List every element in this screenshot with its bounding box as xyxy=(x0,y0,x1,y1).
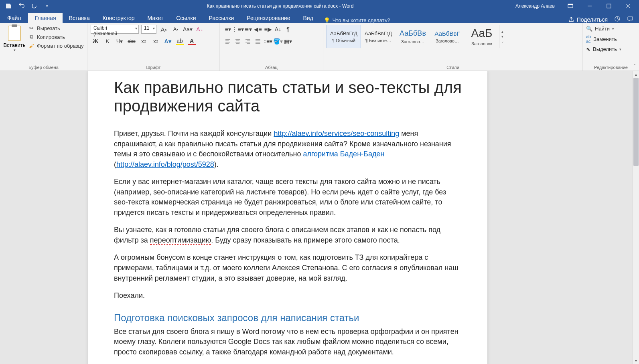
scroll-down-icon[interactable]: ▾ xyxy=(633,357,639,364)
change-case-button[interactable]: Aa▾ xyxy=(183,25,193,34)
multilevel-button[interactable]: ≣▾ xyxy=(243,25,253,34)
save-icon[interactable] xyxy=(5,2,12,10)
scroll-up-icon[interactable]: ▴ xyxy=(633,71,639,78)
share-button[interactable]: Поделиться xyxy=(568,16,608,23)
underline-button[interactable]: Ч▾ xyxy=(115,37,124,46)
group-styles: АаБбВвГгД¶ Обычный АаБбВвГгД¶ Без инте… … xyxy=(323,23,583,71)
feedback-icon[interactable] xyxy=(627,16,633,23)
highlight-button[interactable]: ab xyxy=(175,37,185,46)
font-name-combo[interactable]: Calibri (Основной xyxy=(91,25,139,34)
group-label-font: Шрифт xyxy=(91,64,216,71)
group-clipboard: Вставить ▾ ✂Вырезать ⧉Копировать 🖌Формат… xyxy=(0,23,87,71)
doc-heading: Как правильно писать статьи и seo-тексты… xyxy=(114,78,462,115)
undo-icon[interactable] xyxy=(18,2,25,10)
strike-button[interactable]: abc xyxy=(127,37,136,46)
spell-error: переоптимизацию xyxy=(150,236,211,245)
style-title[interactable]: АаБЗаголовок xyxy=(465,25,499,48)
numbering-button[interactable]: ⋮≡▾ xyxy=(233,25,243,34)
ribbon: Вставить ▾ ✂Вырезать ⧉Копировать 🖌Формат… xyxy=(0,23,639,71)
tab-home[interactable]: Главная xyxy=(28,13,62,23)
align-justify-button[interactable] xyxy=(253,37,263,46)
tab-references[interactable]: Ссылки xyxy=(170,13,202,23)
superscript-button[interactable]: x2 xyxy=(151,37,160,46)
bold-button[interactable]: Ж xyxy=(91,37,100,46)
font-color-button[interactable]: A xyxy=(187,37,197,46)
shading-button[interactable]: 🪣▾ xyxy=(273,37,283,46)
redo-icon[interactable] xyxy=(30,2,38,10)
chevron-more-icon: ⌄ xyxy=(501,39,504,43)
style-nospacing[interactable]: АаБбВвГгД¶ Без инте… xyxy=(361,25,396,48)
tab-file[interactable]: Файл xyxy=(0,13,28,23)
replace-icon: abac xyxy=(586,34,591,44)
style-gallery-more[interactable]: ▴▾⌄ xyxy=(499,25,505,48)
doc-name: Как правильно писать статьи для продвиже… xyxy=(207,3,338,9)
replace-button[interactable]: abacЗаменить xyxy=(586,34,621,44)
history-icon[interactable] xyxy=(614,16,621,23)
indent-decrease-button[interactable]: ◀≡ xyxy=(253,25,263,34)
tab-layout[interactable]: Макет xyxy=(141,13,170,23)
show-marks-button[interactable]: ¶ xyxy=(283,25,293,34)
chevron-down-icon: ▾ xyxy=(501,34,503,38)
copy-button[interactable]: ⧉Копировать xyxy=(28,34,84,40)
link-consulting[interactable]: http://alaev.info/services/seo-consultin… xyxy=(274,129,399,138)
scroll-thumb[interactable] xyxy=(633,78,639,166)
subscript-button[interactable]: x2 xyxy=(139,37,148,46)
brush-icon: 🖌 xyxy=(28,42,34,49)
select-button[interactable]: ⬉Выделить▾ xyxy=(586,46,621,52)
clear-format-button[interactable]: A⬫ xyxy=(195,25,205,34)
group-label-styles: Стили xyxy=(327,64,579,71)
align-left-button[interactable] xyxy=(223,37,233,46)
tab-mailings[interactable]: Рассылки xyxy=(203,13,241,23)
svg-rect-4 xyxy=(607,4,611,8)
align-center-button[interactable] xyxy=(233,37,243,46)
link-post5928[interactable]: http://alaev.info/blog/post/5928 xyxy=(116,160,214,168)
borders-button[interactable]: ▦▾ xyxy=(283,37,293,46)
close-icon[interactable] xyxy=(619,0,637,12)
style-heading2[interactable]: АаБбВвГЗаголово… xyxy=(430,25,465,48)
link-baden[interactable]: алгоритма Баден-Баден xyxy=(303,150,384,158)
ribbon-display-icon[interactable] xyxy=(561,0,580,12)
sort-button[interactable]: A↓ xyxy=(273,25,283,34)
ribbon-collapse-icon[interactable]: ˄ xyxy=(633,63,636,69)
indent-increase-button[interactable]: ≡▶ xyxy=(263,25,273,34)
vertical-scrollbar[interactable]: ▴ ▾ xyxy=(632,71,639,364)
qat-more-icon[interactable]: ▾ xyxy=(43,2,51,10)
text-effects-button[interactable]: A▾ xyxy=(163,37,172,46)
group-label-paragraph: Абзац xyxy=(223,64,320,71)
svg-rect-2 xyxy=(568,4,573,5)
window-title: Как правильно писать статьи для продвиже… xyxy=(51,3,510,9)
group-label-clipboard: Буфер обмена xyxy=(3,64,84,71)
style-heading1[interactable]: АаБбВвЗаголово… xyxy=(396,25,430,48)
bulb-icon: 💡 xyxy=(324,17,330,23)
align-right-button[interactable] xyxy=(243,37,253,46)
tell-me-search[interactable]: 💡 Что вы хотите сделать? xyxy=(324,17,390,23)
bullets-button[interactable]: ≡▾ xyxy=(223,25,233,34)
document-page[interactable]: Как правильно писать статьи и seo-тексты… xyxy=(88,71,487,364)
doc-para-5: Поехали. xyxy=(114,291,462,301)
svg-point-0 xyxy=(32,4,36,8)
format-painter-button[interactable]: 🖌Формат по образцу xyxy=(28,42,84,49)
tab-insert[interactable]: Вставка xyxy=(63,13,96,23)
quick-access-toolbar: ▾ xyxy=(0,2,51,10)
tab-design[interactable]: Конструктор xyxy=(96,13,141,23)
maximize-icon[interactable] xyxy=(600,0,618,12)
grow-font-button[interactable]: A▴ xyxy=(159,25,168,34)
shrink-font-button[interactable]: A▾ xyxy=(171,25,181,34)
paste-button[interactable]: Вставить ▾ xyxy=(3,25,26,52)
tab-view[interactable]: Вид xyxy=(296,13,319,23)
find-button[interactable]: 🔍Найти▾ xyxy=(586,26,621,32)
group-label-editing: Редактирование xyxy=(586,64,636,71)
group-editing: 🔍Найти▾ abacЗаменить ⬉Выделить▾ Редактир… xyxy=(583,23,639,71)
cursor-icon: ⬉ xyxy=(586,46,590,52)
line-spacing-button[interactable]: ↕≡▾ xyxy=(263,37,273,46)
group-paragraph: ≡▾ ⋮≡▾ ≣▾ ◀≡ ≡▶ A↓ ¶ ↕≡▾ 🪣▾ ▦▾ xyxy=(220,23,323,71)
style-normal[interactable]: АаБбВвГгД¶ Обычный xyxy=(327,25,361,48)
minimize-icon[interactable] xyxy=(580,0,599,12)
doc-para-1: Привет, друзья. Почти на каждой консульт… xyxy=(114,129,462,170)
user-name[interactable]: Александр Алаев xyxy=(510,3,560,9)
title-right: Александр Алаев xyxy=(510,0,639,12)
italic-button[interactable]: К xyxy=(103,37,112,46)
tab-review[interactable]: Рецензирование xyxy=(240,13,296,23)
cut-button[interactable]: ✂Вырезать xyxy=(28,25,84,31)
font-size-combo[interactable]: 11 xyxy=(141,25,156,34)
